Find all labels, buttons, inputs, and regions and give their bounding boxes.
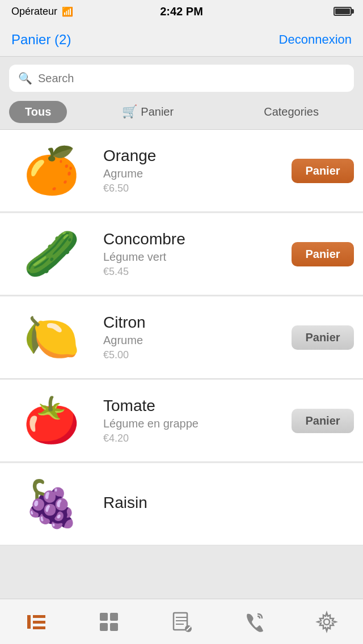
- wifi-icon: 📶: [62, 6, 73, 17]
- svg-rect-0: [27, 615, 31, 629]
- tab-panier-label: Panier: [141, 105, 174, 118]
- tab-panier[interactable]: 🛒 Panier: [76, 100, 220, 124]
- product-name-orange: Orange: [103, 147, 282, 165]
- product-price-concombre: €5.45: [103, 266, 282, 278]
- product-category-citron: Agrume: [103, 334, 282, 347]
- bottom-tab-phone[interactable]: [218, 599, 290, 644]
- panier-button-citron[interactable]: Panier: [292, 325, 354, 350]
- product-category-concombre: Légume vert: [103, 251, 282, 264]
- product-category-tomate: Légume en grappe: [103, 417, 282, 430]
- bottom-tab-bar: [0, 599, 363, 644]
- svg-rect-1: [33, 615, 45, 618]
- product-info-tomate: TomateLégume en grappe€4.20: [94, 397, 292, 444]
- panier-button-tomate[interactable]: Panier: [292, 409, 354, 433]
- battery-icon: [334, 7, 352, 16]
- logout-button[interactable]: Deconnexion: [279, 32, 352, 47]
- product-price-orange: €6.50: [103, 183, 282, 194]
- phone-icon: [243, 611, 265, 633]
- product-image-tomate: 🍅: [9, 387, 94, 455]
- search-container: 🔍: [0, 57, 363, 100]
- product-emoji-orange: 🍊: [23, 148, 80, 193]
- tab-bar: Tous 🛒 Panier Categories: [0, 100, 363, 130]
- svg-rect-5: [110, 613, 118, 621]
- product-image-citron: 🍋: [9, 303, 94, 371]
- header: Panier (2) Deconnexion: [0, 23, 363, 57]
- tab-tous-label: Tous: [25, 105, 51, 118]
- panier-button-orange[interactable]: Panier: [292, 159, 354, 183]
- status-left: Opérateur 📶: [11, 6, 73, 18]
- product-name-citron: Citron: [103, 313, 282, 332]
- svg-rect-6: [100, 623, 108, 631]
- product-row-concombre: 🥒ConcombreLégume vert€5.45Panier: [0, 213, 363, 295]
- search-icon: 🔍: [18, 71, 32, 85]
- product-emoji-citron: 🍋: [23, 315, 80, 360]
- product-emoji-concombre: 🥒: [23, 231, 80, 277]
- product-row-citron: 🍋CitronAgrume€5.00Panier: [0, 296, 363, 379]
- product-emoji-raisin: 🍇: [23, 481, 80, 527]
- cart-title[interactable]: Panier (2): [11, 32, 71, 48]
- bottom-tab-list[interactable]: [0, 599, 73, 644]
- product-info-orange: OrangeAgrume€6.50: [94, 147, 292, 194]
- notes-icon: [170, 611, 193, 633]
- list-view-icon: [25, 611, 48, 633]
- product-list: 🍊OrangeAgrume€6.50Panier🥒ConcombreLégume…: [0, 130, 363, 545]
- carrier-label: Opérateur: [11, 6, 57, 18]
- product-info-concombre: ConcombreLégume vert€5.45: [94, 230, 292, 278]
- settings-icon: [315, 611, 338, 633]
- product-image-concombre: 🥒: [9, 220, 94, 288]
- product-row-tomate: 🍅TomateLégume en grappe€4.20Panier: [0, 380, 363, 462]
- product-name-concombre: Concombre: [103, 230, 282, 248]
- product-name-tomate: Tomate: [103, 397, 282, 415]
- status-bar: Opérateur 📶 2:42 PM: [0, 0, 363, 23]
- search-bar: 🔍: [9, 65, 354, 92]
- svg-rect-2: [33, 621, 45, 624]
- status-time: 2:42 PM: [160, 5, 203, 18]
- product-price-citron: €5.00: [103, 349, 282, 361]
- product-image-raisin: 🍇: [9, 470, 94, 538]
- product-image-orange: 🍊: [9, 137, 94, 205]
- svg-point-14: [324, 619, 330, 625]
- product-row-raisin: 🍇Raisin: [0, 463, 363, 545]
- tab-categories[interactable]: Categories: [220, 101, 363, 123]
- product-price-tomate: €4.20: [103, 433, 282, 444]
- bottom-tab-notes[interactable]: [145, 599, 218, 644]
- product-info-citron: CitronAgrume€5.00: [94, 313, 292, 361]
- product-category-orange: Agrume: [103, 167, 282, 180]
- cart-tab-icon: 🛒: [122, 104, 137, 119]
- product-name-raisin: Raisin: [103, 494, 345, 512]
- svg-rect-4: [100, 613, 108, 621]
- product-row-orange: 🍊OrangeAgrume€6.50Panier: [0, 130, 363, 212]
- bottom-tab-settings[interactable]: [290, 599, 363, 644]
- product-emoji-tomate: 🍅: [23, 398, 80, 443]
- svg-rect-7: [110, 623, 118, 631]
- svg-rect-3: [33, 626, 45, 629]
- search-input[interactable]: [38, 72, 345, 85]
- tab-tous[interactable]: Tous: [9, 101, 67, 123]
- panier-button-concombre[interactable]: Panier: [292, 242, 354, 266]
- tab-categories-label: Categories: [264, 105, 319, 118]
- product-info-raisin: Raisin: [94, 494, 354, 514]
- grid-view-icon: [98, 611, 120, 633]
- bottom-tab-grid[interactable]: [73, 599, 145, 644]
